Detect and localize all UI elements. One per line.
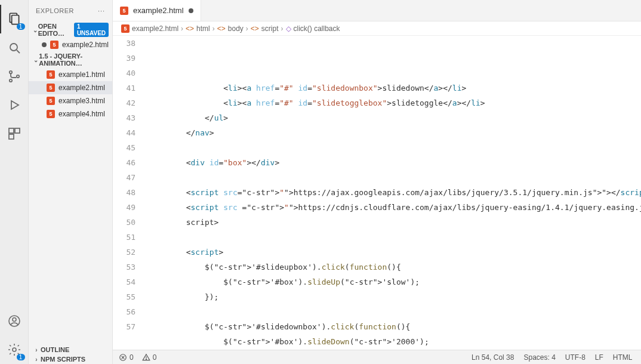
language-mode[interactable]: HTML <box>613 353 633 362</box>
eol[interactable]: LF <box>595 353 603 362</box>
source-control-icon[interactable] <box>0 62 29 91</box>
html-file-icon: 5 <box>47 97 55 105</box>
sidebar-more-icon[interactable]: ··· <box>98 7 105 14</box>
symbol-icon: <> <box>217 24 226 33</box>
svg-marker-7 <box>11 101 19 109</box>
svg-point-4 <box>9 71 11 73</box>
errors-icon[interactable]: 0 <box>119 353 134 362</box>
open-editor-item[interactable]: 5 example2.html <box>29 38 112 51</box>
indent-setting[interactable]: Spaces: 4 <box>523 353 555 362</box>
explorer-icon[interactable]: 1 <box>0 5 29 33</box>
symbol-icon: <> <box>186 24 194 33</box>
file-item[interactable]: 5 example3.html <box>29 94 112 107</box>
status-bar: 0 0 Ln 54, Col 38 Spaces: 4 UTF-8 LF HTM… <box>113 350 641 364</box>
svg-rect-8 <box>9 128 14 133</box>
breadcrumbs[interactable]: 5 example2.html › <> html › <> body › <>… <box>113 21 641 36</box>
symbol-icon: ◇ <box>286 24 291 33</box>
file-item[interactable]: 5 example4.html <box>29 107 112 121</box>
chevron-down-icon: ⌄ <box>32 27 38 33</box>
html-file-icon: 5 <box>47 84 55 92</box>
open-editors-header[interactable]: ⌄ OPEN EDITO… 1 UNSAVED <box>29 21 112 38</box>
svg-point-12 <box>13 318 16 322</box>
cursor-position[interactable]: Ln 54, Col 38 <box>471 353 514 362</box>
code[interactable]: <li><a href="#" id="slidedownbox">slided… <box>146 36 641 350</box>
svg-point-2 <box>10 44 17 51</box>
tab-example2[interactable]: 5 example2.html <box>113 0 201 21</box>
editor-area: 5 example2.html ··· 5 example2.html › <>… <box>113 0 641 364</box>
symbol-icon: <> <box>251 24 259 33</box>
sidebar-title: EXPLORER <box>36 7 74 14</box>
gutter: 3839404142434445464748495051525354555657 <box>113 36 146 350</box>
settings-badge: 1 <box>17 354 25 360</box>
svg-rect-10 <box>9 134 14 139</box>
explorer-badge: 1 <box>17 23 25 30</box>
tab-bar: 5 example2.html ··· <box>113 0 641 21</box>
search-icon[interactable] <box>0 33 29 62</box>
encoding[interactable]: UTF-8 <box>565 353 585 362</box>
chevron-down-icon: ⌄ <box>32 57 39 63</box>
unsaved-badge: 1 UNSAVED <box>74 23 109 37</box>
svg-point-6 <box>16 75 19 78</box>
svg-rect-1 <box>11 16 19 24</box>
editor-body[interactable]: 3839404142434445464748495051525354555657… <box>113 36 641 350</box>
npm-scripts-header[interactable]: › NPM SCRIPTS <box>29 354 112 364</box>
run-debug-icon[interactable] <box>0 91 29 119</box>
dirty-dot-icon <box>189 8 193 13</box>
html-file-icon: 5 <box>47 70 55 79</box>
chevron-right-icon: › <box>32 347 41 353</box>
warnings-icon[interactable]: 0 <box>142 353 157 362</box>
activity-bar: 1 1 <box>0 0 29 364</box>
outline-header[interactable]: › OUTLINE <box>29 345 112 354</box>
folder-header[interactable]: ⌄ 1.5 - JQUERY-ANIMATION… <box>29 51 112 68</box>
chevron-right-icon: › <box>32 356 41 363</box>
html-file-icon: 5 <box>50 41 58 49</box>
html-file-icon: 5 <box>121 24 130 33</box>
svg-point-13 <box>13 348 16 351</box>
file-item[interactable]: 5 example2.html <box>29 81 112 94</box>
settings-gear-icon[interactable]: 1 <box>0 335 29 364</box>
html-file-icon: 5 <box>120 7 128 15</box>
dirty-dot-icon <box>42 42 47 47</box>
account-icon[interactable] <box>0 307 29 335</box>
svg-line-3 <box>17 50 20 53</box>
svg-point-20 <box>146 359 146 359</box>
sidebar: EXPLORER ··· ⌄ OPEN EDITO… 1 UNSAVED 5 e… <box>29 0 113 364</box>
html-file-icon: 5 <box>47 110 55 118</box>
svg-point-5 <box>9 79 11 82</box>
file-item[interactable]: 5 example1.html <box>29 68 112 81</box>
extensions-icon[interactable] <box>0 119 29 148</box>
svg-rect-9 <box>15 128 20 133</box>
